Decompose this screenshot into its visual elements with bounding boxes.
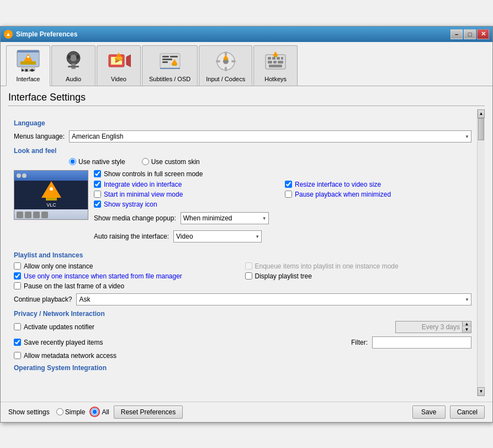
last-frame-label: Pause on the last frame of a video: [24, 282, 124, 290]
updates-spinbox: ▲ ▼: [395, 321, 471, 333]
pause-checkbox[interactable]: Pause playback when minimized: [285, 191, 471, 198]
continue-playback-select[interactable]: Ask Never Always: [76, 293, 471, 305]
scroll-up-btn[interactable]: ▲: [478, 109, 485, 118]
updates-spinbox-input[interactable]: [396, 321, 462, 333]
spinbox-down-btn[interactable]: ▼: [462, 327, 471, 333]
spinbox-up-btn[interactable]: ▲: [462, 321, 471, 327]
menus-language-select[interactable]: American English: [69, 130, 471, 143]
close-button[interactable]: ✕: [477, 29, 489, 39]
show-media-row: Show media change popup: When minimized …: [94, 212, 471, 224]
minimal-checkbox[interactable]: Start in minimal view mode: [94, 191, 280, 198]
custom-skin-label: Use custom skin: [151, 158, 200, 166]
tab-input-label: Input / Codecs: [206, 76, 245, 82]
systray-label: Show systray icon: [104, 201, 157, 208]
title-bar: ▲ Simple Preferences – □ ✕: [1, 27, 492, 42]
integrate-label: Integrate video in interface: [104, 181, 182, 188]
menus-language-row: Menus language: American English: [14, 130, 471, 143]
enqueue-checkbox[interactable]: Enqueue items into playlist in one insta…: [245, 262, 472, 270]
integrate-checkbox[interactable]: Integrate video in interface: [94, 181, 280, 188]
show-media-label: Show media change popup:: [94, 214, 176, 222]
look-feel-content: VLC Show c: [14, 170, 471, 246]
one-instance-label: Allow only one instance: [24, 262, 93, 270]
page-title: Interface Settings: [8, 92, 485, 106]
svg-rect-19: [115, 59, 122, 61]
custom-skin-radio[interactable]: Use custom skin: [142, 158, 200, 166]
vlc-preview: VLC: [14, 170, 88, 220]
last-frame-checkbox[interactable]: Pause on the last frame of a video: [14, 282, 241, 290]
privacy-section-header: Privacy / Network Interaction: [14, 310, 471, 318]
settings-panel: Language Menus language: American Englis…: [8, 109, 477, 396]
svg-rect-37: [268, 57, 271, 60]
scroll-thumb[interactable]: [478, 118, 484, 140]
tab-input[interactable]: Input / Codecs: [199, 45, 252, 86]
tab-subtitles-label: Subtitles / OSD: [149, 76, 190, 82]
svg-rect-21: [162, 56, 169, 57]
svg-point-9: [70, 55, 77, 61]
show-media-select[interactable]: When minimized Disabled Always: [181, 212, 269, 224]
svg-rect-31: [225, 67, 227, 71]
minimal-label: Start in minimal view mode: [104, 191, 183, 198]
app-icon: ▲: [4, 30, 13, 39]
cancel-button[interactable]: Cancel: [450, 405, 485, 419]
svg-rect-32: [216, 60, 220, 62]
resize-checkbox[interactable]: Resize interface to video size: [285, 181, 471, 188]
reset-preferences-button[interactable]: Reset Preferences: [114, 405, 183, 419]
tab-hotkeys-label: Hotkeys: [264, 76, 287, 82]
all-radio-item[interactable]: All: [89, 407, 109, 417]
scroll-down-btn[interactable]: ▼: [478, 387, 485, 396]
style-radio-group: Use native style Use custom skin: [14, 158, 471, 166]
tab-subtitles[interactable]: Subtitles / OSD: [142, 45, 198, 86]
svg-point-5: [27, 56, 29, 58]
show-media-select-wrapper: When minimized Disabled Always: [181, 212, 269, 224]
svg-rect-26: [172, 65, 177, 66]
spinbox-buttons: ▲ ▼: [462, 321, 471, 333]
native-style-radio[interactable]: Use native style: [69, 158, 125, 166]
maximize-button[interactable]: □: [464, 29, 476, 39]
svg-rect-39: [277, 57, 280, 60]
audio-icon: [60, 48, 87, 75]
file-manager-checkbox[interactable]: Use only one instance when started from …: [14, 272, 241, 280]
fullscreen-checkbox[interactable]: Show controls in full screen mode: [94, 170, 471, 178]
scrollbar[interactable]: ▲ ▼: [477, 109, 485, 396]
simple-radio-item[interactable]: Simple: [56, 408, 86, 416]
svg-point-11: [76, 55, 79, 59]
updates-checkbox[interactable]: Activate updates notifier: [14, 323, 94, 331]
window-title: Simple Preferences: [16, 30, 450, 38]
minimize-button[interactable]: –: [450, 29, 463, 39]
preview-content: VLC: [14, 181, 88, 209]
filter-input[interactable]: [372, 336, 471, 349]
enqueue-label: Enqueue items into playlist in one insta…: [255, 262, 399, 270]
auto-raise-select[interactable]: Video Disabled Always: [173, 230, 262, 243]
svg-text:VLC: VLC: [46, 202, 56, 208]
preview-controls: [14, 209, 88, 220]
tab-hotkeys[interactable]: Hotkeys: [253, 45, 298, 86]
filter-label: Filter:: [351, 339, 368, 346]
tab-video[interactable]: Video: [97, 45, 141, 86]
all-radio[interactable]: [91, 408, 98, 415]
recently-played-label: Save recently played items: [24, 339, 103, 346]
tab-interface[interactable]: ▶ ◼ ◀▶ Interface: [6, 45, 50, 86]
playlist-tree-checkbox[interactable]: Display playlist tree: [245, 272, 472, 280]
pause-label: Pause playback when minimized: [295, 191, 391, 198]
input-icon: [213, 48, 239, 75]
svg-text:▶ ◼ ◀▶: ▶ ◼ ◀▶: [22, 68, 36, 72]
os-section-header: Operating System Integration: [14, 364, 471, 372]
all-radio-highlight: [89, 407, 100, 417]
native-style-label: Use native style: [78, 158, 125, 166]
svg-rect-43: [278, 61, 283, 64]
playlist-tree-label: Display playlist tree: [255, 272, 312, 280]
metadata-checkbox[interactable]: Allow metadata network access: [14, 352, 471, 360]
svg-rect-1: [17, 50, 39, 52]
one-instance-checkbox[interactable]: Allow only one instance: [14, 262, 241, 270]
simple-radio-label: Simple: [65, 408, 86, 416]
systray-checkbox[interactable]: Show systray icon: [94, 201, 280, 208]
tab-audio[interactable]: Audio: [51, 45, 96, 86]
save-button[interactable]: Save: [412, 405, 446, 419]
svg-rect-35: [224, 59, 227, 60]
svg-point-49: [50, 187, 53, 191]
menus-language-select-wrapper: American English: [69, 130, 471, 143]
svg-marker-45: [273, 51, 278, 56]
simple-radio[interactable]: [56, 408, 63, 415]
svg-rect-38: [272, 57, 275, 60]
recently-played-checkbox[interactable]: Save recently played items: [14, 339, 103, 346]
